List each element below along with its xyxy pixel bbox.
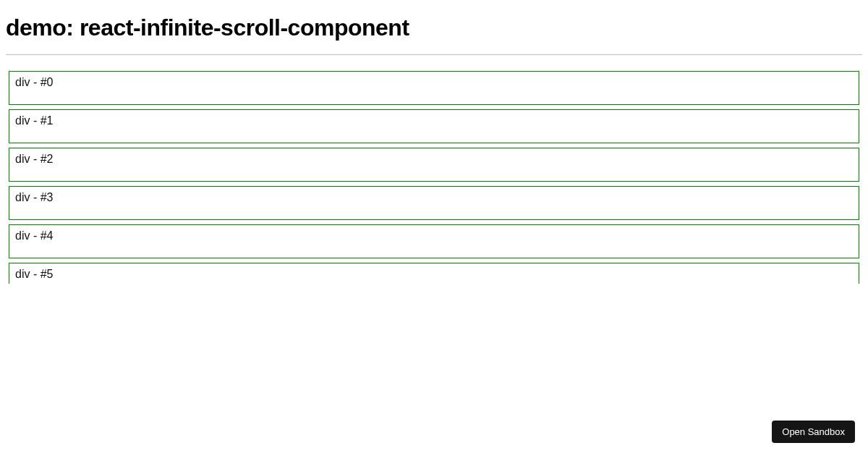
list-item: div - #1 bbox=[9, 109, 859, 143]
list-item: div - #5 bbox=[9, 263, 859, 284]
list-item-label: div - #5 bbox=[15, 268, 53, 280]
list-item-label: div - #0 bbox=[15, 76, 53, 88]
page-header: demo: react-infinite-scroll-component bbox=[0, 0, 868, 54]
list-item: div - #0 bbox=[9, 71, 859, 105]
page-title: demo: react-infinite-scroll-component bbox=[6, 14, 862, 41]
list-item-label: div - #1 bbox=[15, 114, 53, 127]
list-item-label: div - #3 bbox=[15, 191, 53, 203]
infinite-scroll-container[interactable]: div - #0 div - #1 div - #2 div - #3 div … bbox=[6, 67, 862, 284]
list-item: div - #2 bbox=[9, 148, 859, 182]
list-item: div - #4 bbox=[9, 224, 859, 258]
list-item: div - #3 bbox=[9, 186, 859, 220]
open-sandbox-button[interactable]: Open Sandbox bbox=[772, 421, 855, 443]
list-item-label: div - #2 bbox=[15, 153, 53, 165]
list-item-label: div - #4 bbox=[15, 229, 53, 242]
divider bbox=[6, 54, 862, 55]
